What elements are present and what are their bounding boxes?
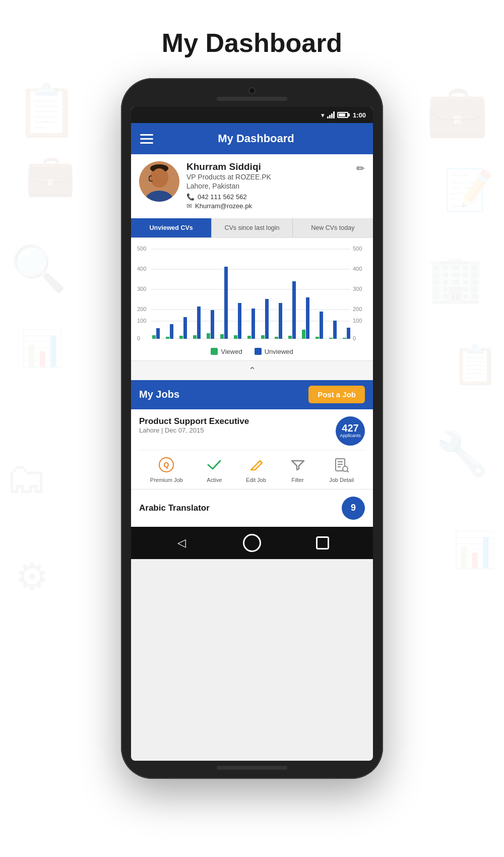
premium-job-label: Premium Job [150,477,183,483]
svg-rect-4 [157,176,164,181]
svg-rect-26 [156,328,160,339]
profile-edit-button[interactable]: ✏ [356,162,365,174]
applicants-badge-2[interactable]: 9 [342,497,365,520]
svg-rect-35 [220,334,224,339]
svg-rect-45 [288,336,292,339]
svg-rect-46 [292,281,296,339]
edit-job-action[interactable]: Edit Job [246,455,266,483]
svg-text:500: 500 [137,246,146,252]
signal-icon [327,111,335,118]
unviewed-color-dot [255,348,262,355]
phone-icon: 📞 [186,193,195,201]
job-meta-1: Lahore | Dec 07, 2015 [139,426,249,434]
svg-rect-30 [183,317,187,339]
svg-rect-53 [343,338,346,339]
svg-rect-39 [247,336,251,339]
legend-unviewed: Unviewed [255,348,293,355]
svg-text:300: 300 [353,286,362,292]
status-icons: ▾ 1:00 [321,111,366,119]
status-bar: ▾ 1:00 [131,107,373,123]
home-icon [243,534,261,552]
premium-job-action[interactable]: Q Premium Job [150,455,183,483]
status-time: 1:00 [353,111,366,119]
svg-rect-34 [211,310,214,339]
app-header: My Dashboard [131,123,373,154]
profile-name: Khurram Siddiqi [186,161,365,173]
my-jobs-header: My Jobs Post a Job [131,380,373,409]
applicants-count-2: 9 [351,503,356,513]
collapse-button[interactable]: ⌃ [131,360,373,380]
svg-rect-44 [279,303,282,339]
filter-icon [288,455,307,474]
job-item-1: Product Support Executive Lahore | Dec 0… [131,409,373,489]
app-header-title: My Dashboard [161,132,351,145]
svg-point-6 [150,164,168,172]
page-main-title: My Dashboard [162,28,342,58]
chart-legend: Viewed Unviewed [136,344,368,357]
viewed-color-dot [211,348,218,355]
bar-chart: 500 400 300 200 100 0 500 400 300 200 10… [136,243,368,344]
my-jobs-title: My Jobs [139,389,179,400]
profile-job-title: VP Products at ROZEE.PK [186,173,365,181]
svg-rect-52 [333,321,337,339]
job-detail-action[interactable]: Job Detail [329,455,354,483]
svg-text:300: 300 [137,286,146,292]
speaker-grille [217,97,287,101]
applicants-label-1: Applicants [340,433,361,439]
applicants-count-1: 427 [342,423,358,433]
svg-rect-33 [207,333,210,339]
svg-rect-38 [238,303,241,339]
chevron-up-icon: ⌃ [248,365,256,376]
wifi-icon: ▾ [321,111,325,119]
legend-viewed: Viewed [211,348,242,355]
applicants-badge-1[interactable]: 427 Applicants [336,416,365,446]
svg-rect-36 [224,267,228,339]
svg-rect-41 [261,335,265,339]
svg-rect-48 [306,297,309,339]
svg-rect-25 [152,335,156,339]
svg-rect-49 [316,337,319,339]
job-detail-icon [332,455,351,474]
post-job-button[interactable]: Post a Job [308,386,365,403]
email-icon: ✉ [186,202,192,210]
svg-text:0: 0 [137,335,140,341]
phone-device: ▾ 1:00 My Das [121,78,383,779]
bottom-speaker [217,766,287,770]
svg-rect-32 [197,307,201,339]
svg-text:400: 400 [137,266,146,272]
svg-rect-54 [347,328,350,339]
recents-icon [316,536,329,549]
recents-button[interactable] [312,533,333,553]
profile-section: Khurram Siddiqi VP Products at ROZEE.PK … [131,154,373,218]
svg-text:Q: Q [164,461,169,469]
svg-rect-50 [320,312,323,339]
svg-rect-29 [179,336,183,339]
svg-rect-37 [234,335,237,339]
svg-rect-40 [251,309,255,339]
active-icon [205,455,224,474]
battery-icon [337,112,348,118]
hamburger-menu-button[interactable] [140,134,153,144]
svg-rect-51 [329,338,333,339]
avatar [139,161,179,202]
job-title-1: Product Support Executive [139,416,249,426]
tab-cvs-since-login[interactable]: CVs since last login [212,218,292,237]
active-label: Active [207,477,222,483]
job-detail-label: Job Detail [329,477,354,483]
active-action[interactable]: Active [205,455,224,483]
edit-job-icon [246,455,266,474]
profile-info: Khurram Siddiqi VP Products at ROZEE.PK … [186,161,365,211]
filter-label: Filter [291,477,303,483]
svg-line-57 [258,461,260,463]
job-info: Product Support Executive Lahore | Dec 0… [139,416,249,440]
svg-text:200: 200 [353,306,362,312]
home-button[interactable] [242,533,262,553]
premium-icon: Q [157,455,176,474]
tab-unviewed-cvs[interactable]: Unviewed CVs [131,218,212,237]
back-button[interactable]: ◁ [171,533,192,553]
svg-text:100: 100 [353,318,362,324]
tab-new-cvs-today[interactable]: New CVs today [293,218,373,237]
svg-rect-28 [170,324,173,339]
job-actions-1: Q Premium Job Active [139,450,365,489]
filter-action[interactable]: Filter [288,455,307,483]
